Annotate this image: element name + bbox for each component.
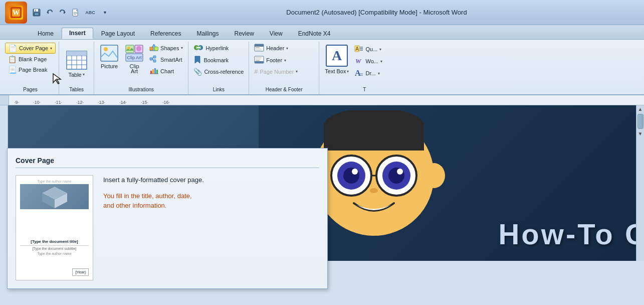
blank-page-label: Blank Page xyxy=(19,56,47,62)
undo-quick-btn[interactable] xyxy=(44,7,55,18)
tooltip-title: Cover Page xyxy=(16,157,319,168)
cross-reference-button[interactable]: 📎 Cross-reference xyxy=(191,67,246,77)
tab-home[interactable]: Home xyxy=(30,28,61,39)
footer-button[interactable]: Footer ▾ xyxy=(252,55,288,66)
dropcap-icon: A xyxy=(354,69,363,78)
shapes-label: Shapes xyxy=(160,45,179,51)
hyperlink-icon xyxy=(193,44,203,53)
shapes-button[interactable]: Shapes ▾ xyxy=(147,43,185,53)
dropcap-dropdown[interactable]: ▾ xyxy=(378,71,380,76)
tab-references[interactable]: References xyxy=(143,28,188,39)
wordart-dropdown[interactable]: ▾ xyxy=(380,59,382,64)
redo-quick-btn[interactable] xyxy=(57,7,68,18)
shapes-dropdown[interactable]: ▾ xyxy=(181,46,183,50)
preview-year: [Year] xyxy=(72,268,89,276)
text-box-icon: A xyxy=(325,44,348,68)
ribbon-group-pages: 📄 Cover Page ▾ 📋 Blank Page 📃 Page Break… xyxy=(2,42,59,94)
quick-parts-button[interactable]: A Qu... ▾ xyxy=(352,44,384,55)
smartart-button[interactable]: SmartArt xyxy=(147,54,185,65)
hyperlink-label: Hyperlink xyxy=(205,45,229,51)
tables-group-label: Tables xyxy=(59,87,94,92)
text-box-dropdown[interactable]: ▾ xyxy=(347,69,349,74)
scroll-up-btn[interactable]: ▲ xyxy=(637,105,644,113)
hyperlink-button[interactable]: Hyperlink xyxy=(191,43,231,54)
cover-page-dropdown[interactable]: ▾ xyxy=(50,46,52,51)
ruler-area: ·9· ·10· ·11· ·12· ·13· ·14· ·15· ·16· xyxy=(0,95,644,105)
svg-rect-54 xyxy=(255,61,264,63)
dropcap-button[interactable]: A Dr... ▾ xyxy=(352,68,384,79)
tab-insert[interactable]: Insert xyxy=(62,28,93,39)
svg-rect-49 xyxy=(255,44,264,47)
svg-text:W: W xyxy=(355,57,362,65)
svg-rect-39 xyxy=(150,71,152,74)
quick-access-toolbar: ABC ▾ xyxy=(31,7,110,18)
page-number-icon: # xyxy=(254,68,258,75)
header-footer-group-label: Header & Footer xyxy=(249,87,319,92)
tab-page-layout[interactable]: Page Layout xyxy=(94,28,142,39)
ruler-corner xyxy=(0,95,9,105)
header-button[interactable]: Header ▾ xyxy=(252,43,290,54)
svg-point-83 xyxy=(370,188,378,193)
blank-page-button[interactable]: 📋 Blank Page xyxy=(5,54,50,64)
ribbon-group-text: A Text Box ▾ A xyxy=(319,42,409,94)
text-group-label: T xyxy=(319,87,409,92)
office-button[interactable]: W xyxy=(5,2,27,24)
cover-page-icon: 📄 xyxy=(9,44,17,52)
table-dropdown[interactable]: ▾ xyxy=(83,72,85,77)
quick-parts-dropdown[interactable]: ▾ xyxy=(379,47,381,52)
svg-rect-7 xyxy=(35,13,39,15)
scroll-thumb[interactable] xyxy=(637,114,643,129)
svg-rect-34 xyxy=(150,58,152,60)
table-label: Table xyxy=(68,72,81,78)
save-quick-btn[interactable] xyxy=(31,7,42,18)
tab-endnote[interactable]: EndNote X4 xyxy=(291,28,338,39)
page-break-button[interactable]: 📃 Page Break xyxy=(5,65,50,75)
tab-review[interactable]: Review xyxy=(227,28,261,39)
customize-quick-btn[interactable]: ▾ xyxy=(99,7,110,18)
ribbon-group-links: Hyperlink Bookmark 📎 Cross-reference Lin… xyxy=(188,42,249,94)
tooltip-description: Insert a fully-formatted cover page. xyxy=(103,175,319,185)
svg-text:A: A xyxy=(355,46,359,52)
document-title: Document2 (Autosaved) [Compatibility Mod… xyxy=(114,9,639,16)
svg-rect-22 xyxy=(67,51,87,56)
table-button[interactable]: Table ▾ xyxy=(64,49,90,79)
tooltip-preview: Type the author name [Type the document … xyxy=(16,175,93,280)
clip-art-label2: Art xyxy=(131,68,138,74)
pages-group-label: Pages xyxy=(2,87,59,92)
new-doc-quick-btn[interactable] xyxy=(70,7,81,18)
svg-text:A: A xyxy=(355,69,361,77)
tooltip-sub-text: You fill in the title, author, date,and … xyxy=(103,191,319,211)
text-box-button[interactable]: A Text Box ▾ xyxy=(322,43,351,76)
header-icon xyxy=(254,44,264,53)
page-number-dropdown[interactable]: ▾ xyxy=(296,69,298,74)
chart-button[interactable]: Chart xyxy=(147,66,185,76)
horizontal-ruler: ·9· ·10· ·11· ·12· ·13· ·14· ·15· ·16· xyxy=(9,95,644,105)
bookmark-button[interactable]: Bookmark xyxy=(191,55,231,66)
header-label: Header xyxy=(266,45,284,51)
wordart-button[interactable]: W Wo... ▾ xyxy=(352,56,384,67)
svg-point-24 xyxy=(104,47,108,51)
preview-cube xyxy=(40,184,70,209)
quick-parts-label: Qu... xyxy=(365,46,377,52)
cover-page-button[interactable]: 📄 Cover Page ▾ xyxy=(5,43,56,54)
wordart-label: Wo... xyxy=(365,58,378,64)
quick-parts-icon: A xyxy=(354,45,363,54)
header-dropdown[interactable]: ▾ xyxy=(286,46,288,51)
spelling-quick-btn[interactable]: ABC xyxy=(83,7,97,18)
scroll-down-btn[interactable]: ▼ xyxy=(637,130,644,137)
tab-view[interactable]: View xyxy=(262,28,290,39)
cover-page-tooltip: Cover Page Type the author name [Type th… xyxy=(7,148,328,289)
svg-rect-23 xyxy=(101,45,118,61)
tab-mailings[interactable]: Mailings xyxy=(189,28,226,39)
page-number-button[interactable]: # Page Number ▾ xyxy=(252,67,300,76)
tooltip-body: Type the author name [Type the document … xyxy=(16,175,319,280)
clip-art-button[interactable]: Clip Art Clip Art xyxy=(122,43,146,76)
vertical-scrollbar[interactable]: ▲ ▼ xyxy=(636,105,644,261)
svg-point-73 xyxy=(423,163,445,188)
svg-rect-12 xyxy=(74,12,77,13)
footer-label: Footer xyxy=(266,57,282,63)
footer-dropdown[interactable]: ▾ xyxy=(284,58,286,63)
preview-image-area xyxy=(20,184,89,209)
picture-button[interactable]: Picture xyxy=(97,43,121,71)
dropcap-label: Dr... xyxy=(365,70,375,76)
